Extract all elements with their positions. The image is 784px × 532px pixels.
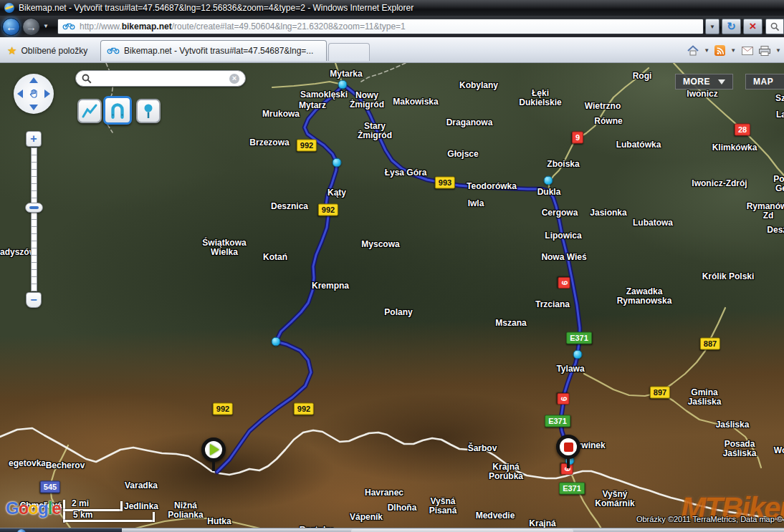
map-place-label: Havranec — [365, 488, 403, 498]
favorites-star-icon: ★ — [7, 44, 16, 57]
map-place-label: Brzezowa — [249, 138, 289, 147]
rss-feed-icon[interactable] — [714, 45, 725, 56]
zoom-in-button[interactable]: + — [26, 131, 42, 147]
back-button[interactable]: ← — [2, 18, 20, 36]
map-place-label: egetovka — [9, 459, 46, 468]
road-number-badge: 992 — [213, 403, 233, 415]
map-place-label: Świątkowa Wielka — [202, 238, 246, 256]
search-box-button[interactable] — [765, 19, 784, 34]
map-place-label: Medvedie — [476, 511, 515, 521]
map-place-label: Królik Polski — [702, 272, 755, 281]
search-icon — [770, 22, 780, 32]
pan-down-icon[interactable] — [29, 105, 38, 110]
route-start-marker[interactable] — [201, 437, 226, 462]
stop-button[interactable]: × — [743, 19, 763, 34]
new-tab-stub[interactable] — [328, 43, 370, 61]
map-place-label: Cergowa — [542, 208, 578, 218]
map-attribution: Obrázky ©2011 TerraMetrics, Data map © — [636, 515, 783, 523]
scale-bar: 2 mi 5 km — [63, 498, 156, 524]
print-dropdown-icon[interactable]: ▼ — [775, 47, 781, 54]
favorites-button[interactable]: ★ Oblíbené položky — [3, 41, 95, 60]
map-place-label: Krajná — [529, 519, 555, 528]
map-place-label: Ge — [775, 184, 784, 193]
tab-title: Bikemap.net - Vytvořit trasu#lat=47.5468… — [124, 46, 313, 56]
map-canvas[interactable]: MytarkaNowy ŻmigródMakowiskaKobylanyŁęki… — [0, 63, 784, 532]
home-icon[interactable] — [687, 45, 699, 57]
status-bar-inset — [351, 529, 573, 532]
map-type-label: MAP — [753, 77, 773, 87]
map-place-label: Zawadka Rymanowska — [617, 287, 672, 305]
road-number-badge: 545 — [40, 481, 60, 493]
start-play-icon — [210, 444, 219, 455]
road-number-badge: 992 — [294, 403, 314, 415]
road-number-badge: E371 — [566, 332, 592, 344]
clear-search-icon[interactable]: × — [229, 74, 239, 84]
map-place-label: Lubatówka — [616, 140, 661, 150]
internet-explorer-icon — [4, 3, 14, 13]
map-place-label: Lubatowa — [633, 218, 673, 228]
pan-up-icon[interactable] — [29, 77, 38, 83]
map-place-label: Stary Żmigród — [358, 122, 392, 140]
road-number-badge: 897 — [650, 387, 670, 399]
zoom-out-button[interactable]: − — [26, 292, 42, 308]
map-place-label: Po — [773, 175, 784, 184]
tab-bikemap[interactable]: Bikemap.net - Vytvořit trasu#lat=47.5468… — [100, 40, 327, 61]
map-place-label: Tylawa — [556, 364, 584, 374]
map-place-label: Głojsce — [447, 150, 478, 159]
map-search-input[interactable] — [96, 74, 225, 84]
favorites-label: Oblíbené položky — [21, 46, 87, 56]
scale-line-km — [63, 520, 154, 522]
history-dropdown-icon[interactable]: ▼ — [43, 23, 49, 29]
pan-control[interactable] — [14, 74, 54, 114]
pan-left-icon[interactable] — [17, 90, 23, 98]
pan-hand-icon — [27, 87, 40, 103]
map-place-label: Sz — [775, 94, 784, 103]
route-waypoint-dot[interactable] — [272, 337, 281, 347]
road-number-badge: 992 — [318, 204, 338, 216]
zoom-slider-track[interactable] — [31, 147, 37, 291]
draw-route-tool[interactable] — [77, 99, 102, 123]
follow-roads-tool[interactable] — [103, 96, 132, 125]
map-place-label: Iwla — [468, 199, 484, 208]
route-waypoint-dot[interactable] — [544, 176, 553, 185]
map-place-label: Becherov — [46, 461, 85, 470]
browser-window: Bikemap.net - Vytvořit trasu#lat=47.5468… — [0, 0, 784, 532]
refresh-button[interactable]: ↻ — [722, 19, 741, 34]
map-place-label: Krajná Porúbka — [489, 463, 523, 480]
route-waypoint-dot[interactable] — [573, 350, 583, 359]
route-waypoint-dot[interactable] — [333, 158, 342, 168]
more-button[interactable]: MORE — [675, 74, 733, 90]
map-place-label: Hutka — [207, 517, 231, 526]
mail-page-icon[interactable] — [741, 45, 753, 57]
rss-dropdown-icon[interactable]: ▼ — [730, 47, 736, 54]
polyline-icon — [81, 102, 98, 120]
map-place-label: Łysa Góra — [385, 168, 427, 178]
route-end-marker[interactable] — [556, 435, 580, 459]
map-place-label: Polany — [384, 308, 412, 317]
scale-tick — [153, 512, 155, 522]
map-place-label: Kąty — [328, 188, 346, 198]
road-number-badge: 9 — [558, 393, 570, 405]
route-waypoint-dot[interactable] — [338, 80, 348, 90]
title-bar: Bikemap.net - Vytvořit trasu#lat=47.5468… — [0, 0, 784, 16]
bikemap-favicon — [107, 46, 120, 57]
set-marker-tool[interactable] — [136, 99, 161, 123]
address-dropdown-button[interactable]: ▼ — [705, 19, 720, 34]
road-number-badge: 993 — [435, 177, 455, 189]
address-bar[interactable]: http://www.bikemap.net/route/create#lat=… — [57, 19, 704, 34]
more-label: MORE — [683, 77, 710, 87]
map-place-label: Vápeník — [350, 513, 383, 522]
map-place-label: Wo — [774, 446, 784, 455]
map-type-button[interactable]: MAP — [745, 74, 784, 90]
map-place-label: Desznica — [271, 202, 308, 211]
map-place-label: Łęki Dukielskie — [519, 89, 561, 107]
window-title: Bikemap.net - Vytvořit trasu#lat=47.5468… — [19, 3, 413, 13]
url-text: http://www.bikemap.net/route/create#lat=… — [80, 21, 406, 32]
pan-right-icon[interactable] — [44, 90, 50, 98]
home-dropdown-icon[interactable]: ▼ — [704, 47, 709, 54]
zoom-slider-handle[interactable] — [25, 203, 43, 213]
forward-button[interactable]: → — [22, 18, 40, 36]
map-search-box[interactable]: × — [75, 70, 246, 87]
print-icon[interactable] — [758, 45, 770, 57]
map-place-label: Wietrzno — [585, 102, 621, 111]
